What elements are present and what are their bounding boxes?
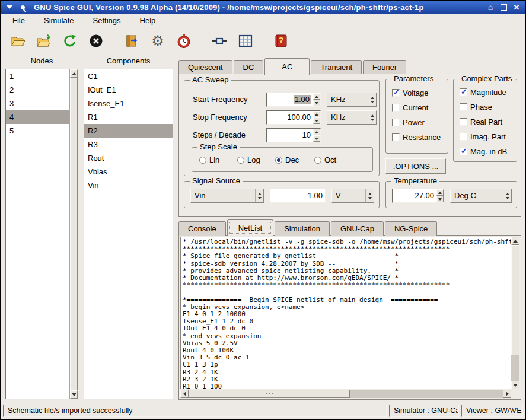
component-item-selected[interactable]: R2 xyxy=(84,124,173,138)
checkbox-mag-in-db[interactable]: Mag. in dB xyxy=(460,147,507,156)
spin-up-icon[interactable] xyxy=(313,111,320,117)
scroll-up-icon[interactable] xyxy=(70,69,78,78)
temperature-unit-select[interactable]: Deg C xyxy=(450,189,512,203)
tab-quiescent[interactable]: Quiescent xyxy=(178,60,232,74)
spinner[interactable] xyxy=(313,111,320,124)
checkbox-icon[interactable] xyxy=(460,118,467,126)
radio-selected-icon[interactable] xyxy=(275,157,282,164)
signal-source-select[interactable]: Vin xyxy=(190,189,264,203)
spin-up-icon[interactable] xyxy=(436,189,444,196)
tab-ngspice[interactable]: NG-Spice xyxy=(385,221,437,236)
radio-lin[interactable]: Lin xyxy=(199,155,219,164)
node-item[interactable]: 5 xyxy=(6,124,69,138)
spinner[interactable] xyxy=(436,189,444,202)
checkbox-icon[interactable] xyxy=(460,133,467,141)
node-item-selected[interactable]: 4 xyxy=(6,110,69,124)
steps-per-decade-input[interactable]: 10 xyxy=(266,128,321,142)
titlebar[interactable]: GNU Spice GUI, Version 0.9.98 Alpha (14/… xyxy=(1,1,525,14)
radio-icon[interactable] xyxy=(199,157,206,164)
checkbox-magnitude[interactable]: Magnitude xyxy=(460,88,506,97)
menu-file[interactable]: File xyxy=(8,15,30,26)
checkbox-icon[interactable] xyxy=(392,119,400,126)
waveform-viewer-button[interactable] xyxy=(234,30,257,52)
scroll-up-icon[interactable] xyxy=(511,237,519,245)
checkbox-checked-icon[interactable] xyxy=(460,88,467,96)
signal-source-unit-select[interactable]: V xyxy=(331,189,374,203)
component-item[interactable]: R3 xyxy=(84,138,173,151)
spin-down-icon[interactable] xyxy=(313,117,320,124)
radio-dec[interactable]: Dec xyxy=(275,155,299,164)
open-folder-button[interactable] xyxy=(7,30,29,52)
combo-arrows-icon[interactable] xyxy=(365,189,374,202)
tab-netlist[interactable]: NetList xyxy=(227,219,273,236)
tab-fourier[interactable]: Fourier xyxy=(363,60,406,74)
signal-source-value-input[interactable]: 1.00 xyxy=(270,189,326,203)
stop-frequency-unit-select[interactable]: KHz xyxy=(327,110,377,125)
spinner[interactable] xyxy=(313,129,320,142)
checkbox-voltage[interactable]: Voltage xyxy=(392,88,428,97)
component-item[interactable]: Vin xyxy=(84,179,173,192)
import-folder-button[interactable] xyxy=(33,30,55,52)
menu-simulate[interactable]: Simulate xyxy=(39,15,79,26)
netlist-vscrollbar[interactable] xyxy=(511,237,519,389)
temperature-input[interactable]: 27.00 xyxy=(392,189,444,203)
radio-icon[interactable] xyxy=(237,157,244,164)
run-simulation-button[interactable] xyxy=(173,30,195,52)
component-item[interactable]: Isense_E1 xyxy=(84,97,173,110)
checkbox-icon[interactable] xyxy=(460,103,467,111)
component-item[interactable]: Vbias xyxy=(84,165,173,179)
spin-up-icon[interactable] xyxy=(313,93,320,100)
radio-icon[interactable] xyxy=(314,157,321,164)
combo-arrows-icon[interactable] xyxy=(503,189,511,202)
scrollbar-thumb[interactable] xyxy=(189,390,350,398)
tab-console[interactable]: Console xyxy=(178,221,226,236)
rollup-button[interactable] xyxy=(485,2,496,12)
combo-arrows-icon[interactable] xyxy=(368,93,376,106)
checkbox-real-part[interactable]: Real Part xyxy=(460,117,502,126)
start-frequency-unit-select[interactable]: KHz xyxy=(327,93,377,107)
checkbox-phase[interactable]: Phase xyxy=(460,103,492,112)
spin-up-icon[interactable] xyxy=(313,129,320,135)
close-button[interactable] xyxy=(511,2,522,12)
scroll-down-icon[interactable] xyxy=(70,390,78,399)
checkbox-power[interactable]: Power xyxy=(392,118,425,127)
spinner[interactable] xyxy=(313,93,320,106)
stop-frequency-input[interactable]: 100.00 xyxy=(266,110,321,125)
scrollbar-thumb[interactable] xyxy=(70,78,78,390)
stop-button[interactable] xyxy=(85,30,107,52)
tab-ac[interactable]: AC xyxy=(264,58,310,75)
pin-icon[interactable] xyxy=(17,2,28,12)
node-item[interactable]: 3 xyxy=(6,97,69,110)
component-item[interactable]: R1 xyxy=(84,110,173,124)
scroll-down-icon[interactable] xyxy=(511,381,519,389)
component-view-button[interactable] xyxy=(208,30,231,52)
tab-transient[interactable]: Transient xyxy=(311,60,362,74)
start-frequency-input[interactable]: 1.00 xyxy=(266,93,321,107)
checkbox-checked-icon[interactable] xyxy=(460,148,467,155)
tab-simulation[interactable]: Simulation xyxy=(275,221,330,236)
maximize-button[interactable] xyxy=(498,2,509,12)
component-item[interactable]: IOut_E1 xyxy=(84,83,173,97)
settings-button[interactable] xyxy=(146,30,169,52)
export-netlist-button[interactable] xyxy=(120,30,143,52)
radio-log[interactable]: Log xyxy=(237,155,260,164)
scroll-right-icon[interactable] xyxy=(503,390,511,398)
scrollbar-thumb[interactable] xyxy=(511,245,519,355)
tab-dc[interactable]: DC xyxy=(234,60,264,74)
scroll-left-icon[interactable] xyxy=(180,390,189,398)
component-item[interactable]: C1 xyxy=(84,69,173,83)
refresh-button[interactable] xyxy=(59,30,81,52)
node-item[interactable]: 1 xyxy=(6,69,69,83)
checkbox-icon[interactable] xyxy=(392,133,400,141)
checkbox-resistance[interactable]: Resistance xyxy=(392,133,441,142)
options-button[interactable]: .OPTIONS ... xyxy=(385,158,446,174)
checkbox-imag-part[interactable]: Imag. Part xyxy=(460,132,506,141)
spin-down-icon[interactable] xyxy=(436,196,444,202)
netlist-hscrollbar[interactable] xyxy=(180,390,511,398)
component-item[interactable]: Rout xyxy=(84,151,173,165)
spin-down-icon[interactable] xyxy=(313,100,320,106)
combo-arrows-icon[interactable] xyxy=(368,111,376,124)
spin-down-icon[interactable] xyxy=(313,135,320,142)
node-item[interactable]: 2 xyxy=(6,83,69,97)
checkbox-icon[interactable] xyxy=(392,104,400,112)
